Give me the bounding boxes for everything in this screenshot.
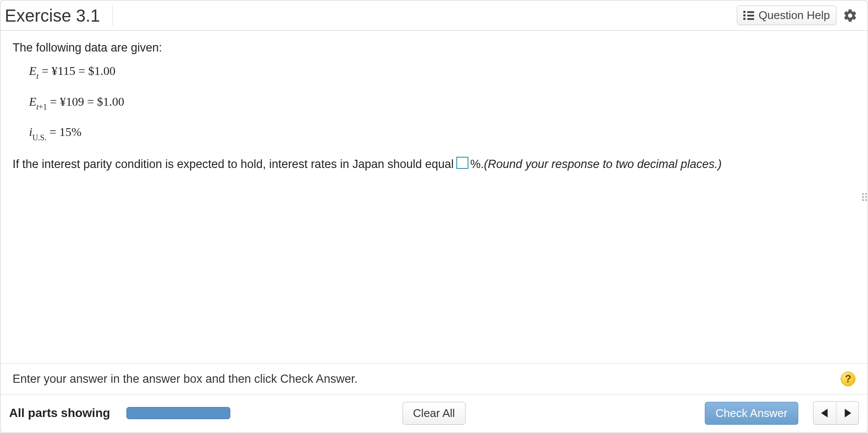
resize-handle[interactable] xyxy=(862,194,868,201)
instruction-row: Enter your answer in the answer box and … xyxy=(0,363,868,394)
question-prefix: If the interest parity condition is expe… xyxy=(13,158,454,171)
question-content: The following data are given: Et = ¥115 … xyxy=(0,31,868,363)
settings-button[interactable] xyxy=(841,6,860,25)
exercise-frame: Exercise 3.1 Question Help The following… xyxy=(0,0,868,433)
question-prompt: If the interest parity condition is expe… xyxy=(13,156,855,171)
header-actions: Question Help xyxy=(737,6,860,25)
et-value: = ¥115 = $1.00 xyxy=(39,64,116,78)
triangle-right-icon xyxy=(844,409,852,417)
progress-bar xyxy=(126,407,230,419)
gear-icon xyxy=(843,8,858,23)
et1-value: = ¥109 = $1.00 xyxy=(47,95,125,108)
question-unit: %. xyxy=(470,158,484,171)
question-help-label: Question Help xyxy=(758,9,830,22)
help-button[interactable]: ? xyxy=(841,372,855,386)
title-wrap: Exercise 3.1 xyxy=(5,4,113,27)
data-ius: iU.S. = 15% xyxy=(29,125,855,141)
triangle-left-icon xyxy=(821,409,829,417)
next-button[interactable] xyxy=(836,402,858,424)
answer-input[interactable] xyxy=(456,157,468,169)
ius-value: = 15% xyxy=(46,125,81,139)
instruction-text: Enter your answer in the answer box and … xyxy=(13,372,358,386)
data-et1: Et+1 = ¥109 = $1.00 xyxy=(29,95,855,111)
data-et: Et = ¥115 = $1.00 xyxy=(29,64,855,80)
list-icon xyxy=(743,11,754,20)
nav-group xyxy=(813,401,859,425)
check-answer-button[interactable]: Check Answer xyxy=(705,402,798,425)
intro-text: The following data are given: xyxy=(13,41,855,55)
rounding-hint: (Round your response to two decimal plac… xyxy=(484,158,722,171)
clear-all-button[interactable]: Clear All xyxy=(402,402,466,425)
given-data: Et = ¥115 = $1.00 Et+1 = ¥109 = $1.00 iU… xyxy=(13,64,855,141)
question-help-button[interactable]: Question Help xyxy=(737,6,836,25)
footer-bar: All parts showing Clear All Check Answer xyxy=(0,394,868,433)
center-controls: Clear All xyxy=(402,402,466,425)
prev-button[interactable] xyxy=(813,402,836,424)
header-bar: Exercise 3.1 Question Help xyxy=(0,0,868,31)
exercise-title: Exercise 3.1 xyxy=(5,5,113,26)
parts-status: All parts showing xyxy=(9,406,110,420)
